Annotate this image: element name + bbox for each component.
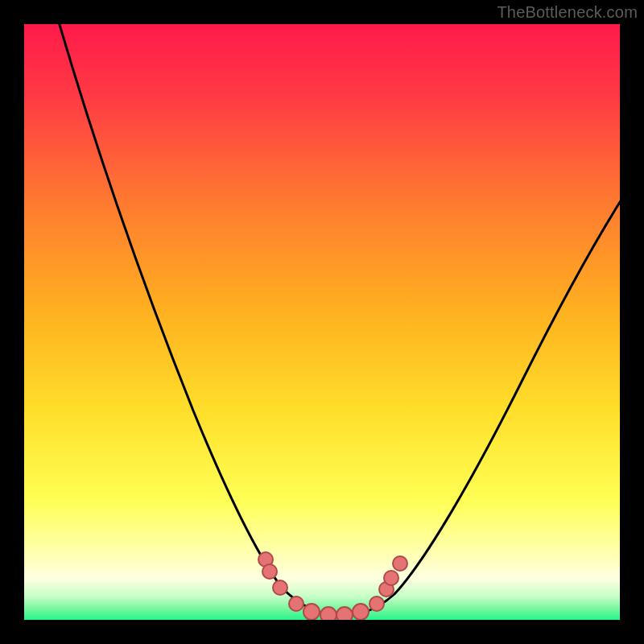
- marker-group: [258, 552, 407, 620]
- plot-area: [24, 24, 620, 620]
- marker-point: [369, 597, 384, 611]
- marker-point: [262, 564, 277, 579]
- marker-point: [273, 580, 287, 595]
- marker-point: [353, 604, 369, 620]
- bottleneck-curve: [52, 24, 620, 616]
- marker-point: [393, 556, 407, 571]
- marker-point: [289, 597, 303, 611]
- marker-point: [336, 607, 353, 620]
- marker-point: [303, 604, 320, 620]
- marker-point: [384, 571, 398, 585]
- outer-frame: TheBottleneck.com: [0, 0, 644, 644]
- chart-svg: [24, 24, 620, 620]
- marker-point: [320, 607, 336, 620]
- watermark-text: TheBottleneck.com: [497, 3, 638, 22]
